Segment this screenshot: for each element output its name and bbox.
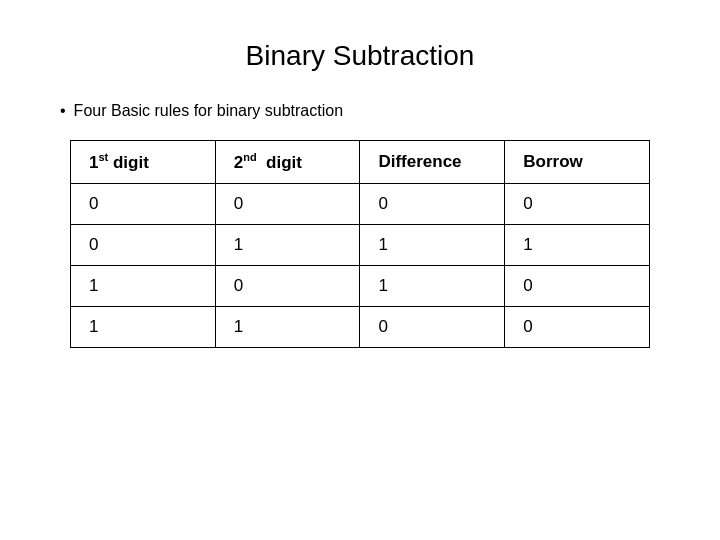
cell-row2-col3: 1 [360,224,505,265]
cell-row2-col2: 1 [215,224,360,265]
cell-row4-col4: 0 [505,306,650,347]
cell-row2-col1: 0 [71,224,216,265]
col-header-2nd-digit: 2nd digit [215,141,360,184]
cell-row4-col2: 1 [215,306,360,347]
binary-subtraction-table: 1st digit 2nd digit Difference Borrow 0 … [70,140,650,348]
table-row: 1 1 0 0 [71,306,650,347]
cell-row1-col2: 0 [215,183,360,224]
col-header-difference: Difference [360,141,505,184]
col-header-borrow: Borrow [505,141,650,184]
table-row: 0 1 1 1 [71,224,650,265]
cell-row4-col1: 1 [71,306,216,347]
cell-row3-col3: 1 [360,265,505,306]
subtitle-bullet: • Four Basic rules for binary subtractio… [60,102,660,120]
bullet-icon: • [60,102,66,120]
cell-row3-col2: 0 [215,265,360,306]
col-header-1st-digit: 1st digit [71,141,216,184]
cell-row3-col1: 1 [71,265,216,306]
cell-row3-col4: 0 [505,265,650,306]
cell-row1-col3: 0 [360,183,505,224]
table-row: 0 0 0 0 [71,183,650,224]
table-row: 1 0 1 0 [71,265,650,306]
subtitle-text: Four Basic rules for binary subtraction [74,102,343,120]
cell-row4-col3: 0 [360,306,505,347]
cell-row1-col4: 0 [505,183,650,224]
cell-row2-col4: 1 [505,224,650,265]
table-header-row: 1st digit 2nd digit Difference Borrow [71,141,650,184]
page-title: Binary Subtraction [246,40,475,72]
cell-row1-col1: 0 [71,183,216,224]
